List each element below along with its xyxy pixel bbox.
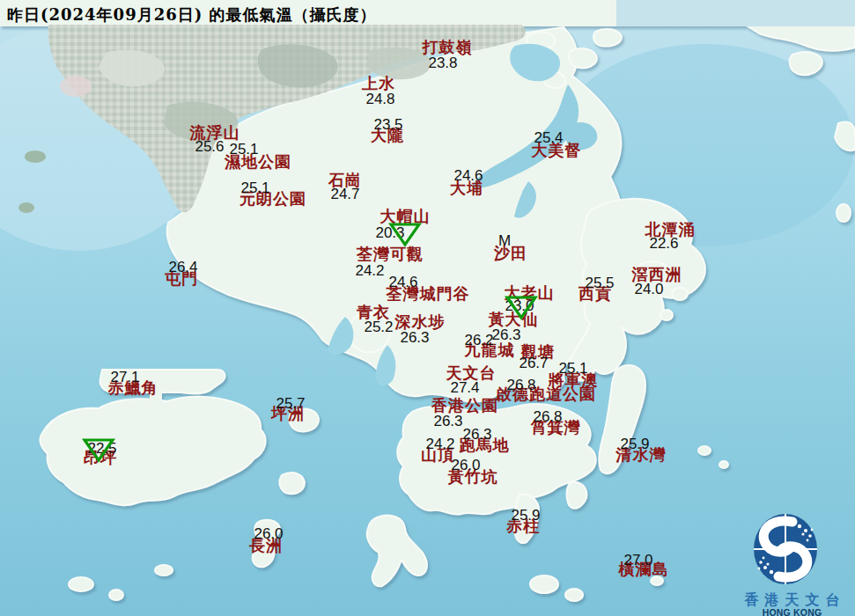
hko-logo: 香港天文台 HONG KONG OBSERVATORY [729, 512, 855, 616]
hko-logo-name-en: HONG KONG OBSERVATORY [729, 608, 855, 616]
hong-kong-map [0, 0, 855, 616]
hko-logo-icon [729, 512, 855, 586]
map-title: 昨日(2024年09月26日) 的最低氣溫（攝氏度） [7, 5, 377, 25]
min-temperature-map: 昨日(2024年09月26日) 的最低氣溫（攝氏度） 打鼓嶺23.8上水24.8… [0, 0, 855, 616]
hko-logo-name-cn: 香港天文台 [729, 592, 855, 608]
